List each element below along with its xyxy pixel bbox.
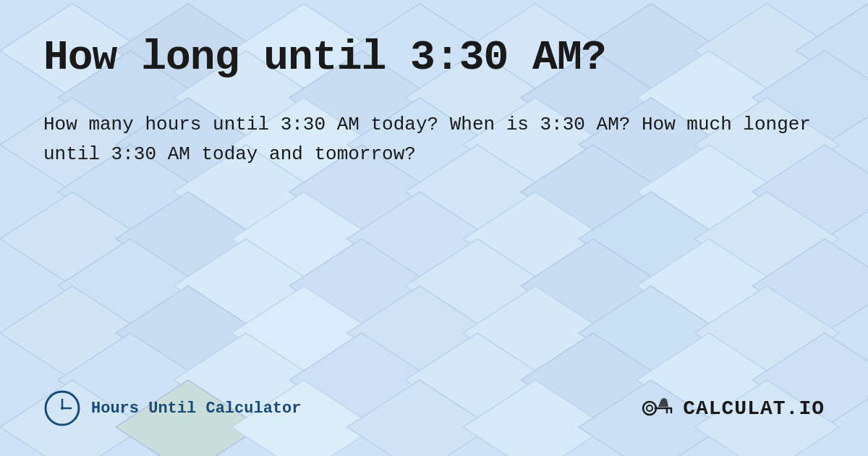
svg-point-76 (61, 407, 64, 410)
clock-icon (43, 389, 81, 427)
svg-point-78 (647, 405, 652, 411)
footer-branding-left: Hours Until Calculator (43, 389, 301, 427)
logo-text: CALCULAT.IO (683, 397, 825, 420)
footer-label: Hours Until Calculator (91, 400, 301, 418)
logo-area: CALCULAT.IO (641, 392, 825, 424)
page-description: How many hours until 3:30 AM today? When… (43, 110, 825, 170)
page-title: How long until 3:30 AM? (43, 35, 825, 81)
footer: Hours Until Calculator CALCULAT.IO (43, 375, 825, 427)
logo-icon (641, 392, 677, 424)
svg-point-77 (643, 402, 656, 415)
